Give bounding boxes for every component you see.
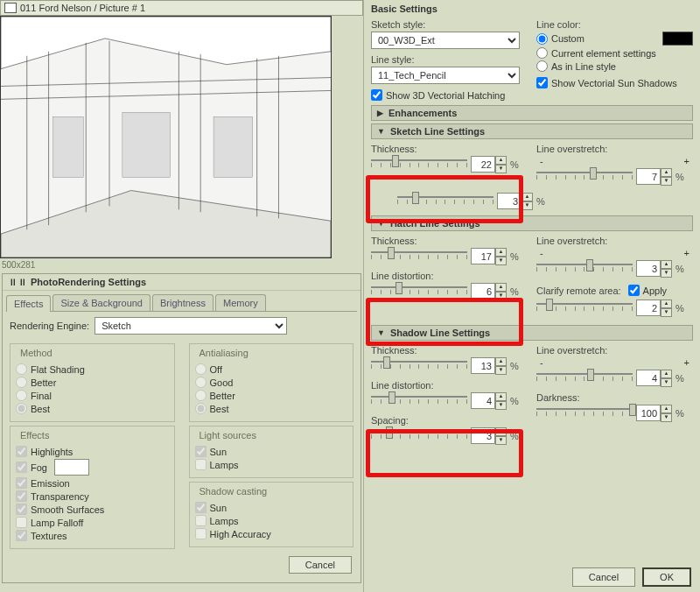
light-lamps[interactable]: [195, 459, 206, 470]
method-better[interactable]: [16, 377, 27, 388]
engine-label: Rendering Engine:: [10, 321, 89, 331]
linecolor-style[interactable]: [536, 60, 548, 72]
shadow-fieldset: Shadow casting Sun Lamps High Accuracy: [189, 482, 354, 547]
tab-effects[interactable]: Effects: [6, 295, 51, 312]
aa-off[interactable]: [195, 363, 206, 375]
fog-value[interactable]: [54, 459, 89, 476]
rendering-engine-select[interactable]: Sketch: [94, 317, 287, 335]
shadow-thickness-slider[interactable]: ▲▼%: [371, 357, 528, 375]
hatch-overstretch-slider[interactable]: ▲▼%: [536, 260, 693, 278]
photorendering-dialog: ⏸⏸ PhotoRendering Settings Effects Size …: [2, 273, 361, 583]
dialog-tabs: Effects Size & Background Brightness Mem…: [6, 294, 357, 312]
enhancements-header[interactable]: ▶Enhancements: [371, 105, 693, 121]
shadow-overstretch-slider[interactable]: ▲▼%: [536, 370, 693, 387]
show-hatching-check[interactable]: [371, 89, 382, 101]
fx-lamp-falloff[interactable]: [16, 517, 27, 528]
preview-dimensions: 500x281: [2, 260, 363, 270]
dialog-icon: ⏸⏸: [8, 277, 27, 287]
fx-transparency[interactable]: [16, 490, 27, 502]
fx-fog[interactable]: [16, 462, 27, 473]
hatch-clarify-slider[interactable]: ▲▼%: [536, 300, 693, 317]
shadow-lamps[interactable]: [195, 515, 206, 526]
effects-fieldset: Effects Highlights Fog Emission Transpar…: [10, 426, 175, 549]
aa-best[interactable]: [195, 403, 206, 414]
window-title: 011 Ford Nelson / Picture # 1: [20, 3, 145, 13]
svg-rect-13: [214, 116, 253, 177]
show-sunshadow-check[interactable]: [536, 77, 548, 88]
color-swatch[interactable]: [662, 32, 693, 46]
svg-rect-11: [53, 116, 84, 177]
cancel-button[interactable]: Cancel: [572, 567, 635, 587]
preview-titlebar: 011 Ford Nelson / Picture # 1: [0, 0, 363, 16]
sketchline-header[interactable]: ▼Sketch Line Settings: [371, 123, 693, 139]
sketch-overstretch-slider[interactable]: ▲▼%: [536, 168, 693, 186]
basic-settings-header: Basic Settings: [371, 4, 438, 14]
shadow-distortion-slider[interactable]: ▲▼%: [371, 392, 528, 410]
fx-highlights[interactable]: [16, 446, 27, 457]
fx-emission[interactable]: [16, 477, 27, 489]
sketch-distortion-slider[interactable]: ▲▼%: [397, 193, 693, 210]
tab-memory[interactable]: Memory: [215, 294, 266, 311]
fx-textures[interactable]: [16, 530, 27, 541]
line-style-select[interactable]: 11_Tech_Pencil: [371, 67, 520, 84]
window-icon: [4, 3, 17, 13]
method-best[interactable]: [16, 403, 27, 414]
render-preview: [0, 16, 332, 258]
sketch-thickness-slider[interactable]: ▲▼%: [371, 156, 528, 173]
hatch-thickness-slider[interactable]: ▲▼%: [371, 248, 528, 265]
shadow-darkness-slider[interactable]: ▲▼%: [536, 405, 693, 422]
tab-size-background[interactable]: Size & Background: [52, 294, 150, 311]
shadow-sun[interactable]: [195, 502, 206, 513]
tab-brightness[interactable]: Brightness: [152, 294, 214, 311]
dialog-title: PhotoRendering Settings: [31, 277, 146, 287]
method-final[interactable]: [16, 390, 27, 401]
fx-smooth[interactable]: [16, 504, 27, 515]
shadowline-header[interactable]: ▼Shadow Line Settings: [371, 325, 693, 341]
linecolor-current[interactable]: [536, 47, 548, 59]
shadow-hiacc[interactable]: [195, 528, 206, 539]
light-fieldset: Light sources Sun Lamps: [189, 426, 354, 478]
light-sun[interactable]: [195, 446, 206, 457]
ok-button[interactable]: OK: [642, 567, 691, 587]
method-fieldset: Method Flat Shading Better Final Best: [10, 343, 175, 422]
antialias-fieldset: Antialiasing Off Good Better Best: [189, 343, 354, 422]
svg-rect-12: [122, 112, 171, 177]
method-flat[interactable]: [16, 363, 27, 375]
sketch-style-select[interactable]: 00_W3D_Ext: [371, 32, 520, 49]
hatch-distortion-slider[interactable]: ▲▼%: [371, 283, 528, 300]
shadow-spacing-slider[interactable]: ▲▼%: [371, 427, 528, 445]
aa-good[interactable]: [195, 377, 206, 388]
linecolor-custom[interactable]: [536, 33, 548, 45]
clarify-apply-check[interactable]: [628, 285, 640, 296]
hatchline-header[interactable]: ▼Hatch Line Settings: [371, 215, 693, 231]
photorender-cancel-button[interactable]: Cancel: [289, 556, 352, 574]
aa-better[interactable]: [195, 390, 206, 401]
